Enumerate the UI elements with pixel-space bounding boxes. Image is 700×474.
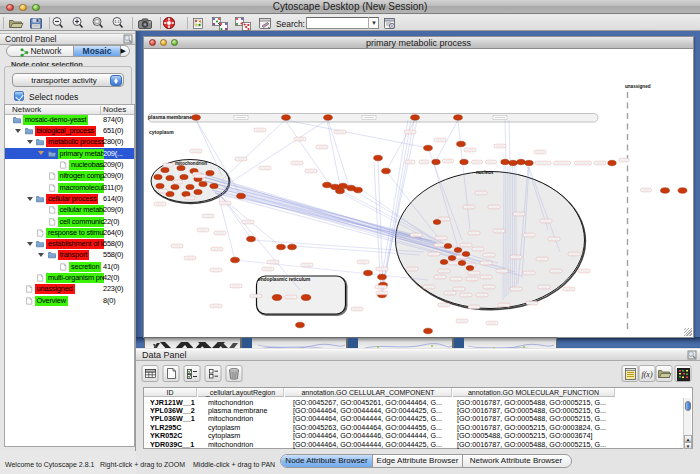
svg-text:plasma membrane: plasma membrane <box>148 113 192 119</box>
svg-text:f(x): f(x) <box>641 370 652 379</box>
svg-text:1:1: 1:1 <box>114 19 120 24</box>
svg-text:unassigned: unassigned <box>625 83 651 88</box>
svg-text:nucleus: nucleus <box>476 170 494 175</box>
svg-text:endoplasmic reticulum: endoplasmic reticulum <box>258 276 310 281</box>
svg-text:cytoplasm: cytoplasm <box>149 128 174 134</box>
